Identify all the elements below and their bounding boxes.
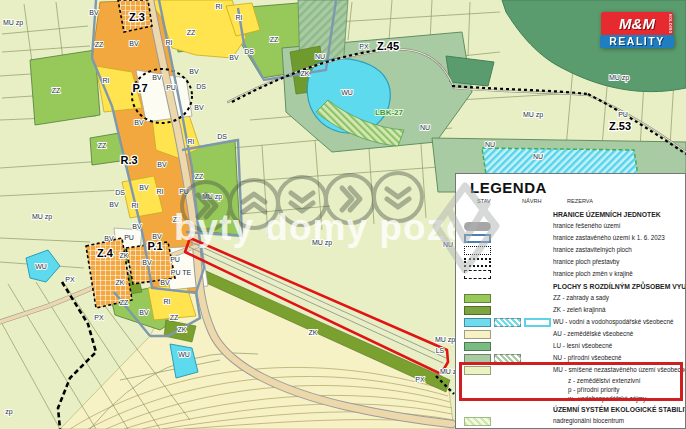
map-label: Z.4 — [97, 247, 114, 259]
map-label: MU zp — [32, 213, 52, 221]
map-label: RI — [166, 39, 173, 46]
map-label: ZZ — [170, 314, 179, 321]
map-label: Z.53 — [609, 120, 631, 132]
map-label: ZK — [301, 70, 310, 77]
legend-row: hranice ploch změn v krajině — [456, 268, 685, 280]
legend-subitem: p - přírodní priority — [456, 385, 685, 394]
map-label: PU — [618, 111, 628, 118]
map-label: DS — [244, 48, 254, 55]
mm-reality-logo: M&M HOLDING REALITY — [601, 12, 674, 48]
map-label: NU — [533, 153, 543, 160]
legend-swatch — [464, 246, 491, 255]
map-label: BV — [194, 104, 204, 111]
map-label: RI — [157, 188, 164, 195]
legend-row-label: LU - lesní všeobecné — [553, 342, 612, 349]
map-label: BV — [157, 161, 167, 168]
legend-row: NU - přírodní všeobecné — [456, 352, 685, 364]
legend-swatch — [464, 417, 491, 426]
map-label: PU — [170, 256, 180, 263]
legend-swatch — [494, 354, 521, 363]
map-label: ZZ — [52, 87, 61, 94]
map-label: BV — [129, 40, 139, 47]
legend-row: MU - smíšené nezastavěného území všeobec… — [456, 364, 685, 376]
map-label: NU — [315, 53, 325, 60]
map-label: Z.45 — [377, 40, 399, 52]
legend-swatch — [464, 258, 491, 267]
map-label: PX — [94, 314, 104, 321]
legend-swatch — [494, 318, 521, 327]
map-label: PX — [359, 43, 369, 50]
map-label: DS — [115, 189, 125, 196]
legend-panel: LEGENDA STAV NÁVRH REZERVA HRANICE ÚZEMN… — [455, 173, 686, 429]
legend-swatch — [464, 342, 491, 351]
map-label: PU — [166, 84, 176, 91]
logo-mm: M&M HOLDING — [601, 12, 673, 35]
legend-body: HRANICE ÚZEMNÍCH JEDNOTEKhranice řešenéh… — [456, 208, 685, 429]
map-label: ZK — [116, 279, 125, 286]
map-label: MU zp — [435, 336, 455, 344]
legend-row: ZZ - zahrady a sady — [456, 292, 685, 304]
map-label: BV — [139, 309, 149, 316]
map-label: ZK — [120, 252, 129, 259]
map-label: PX — [65, 276, 75, 283]
map-label: BV — [104, 235, 114, 242]
legend-row-label: ZZ - zahrady a sady — [553, 294, 609, 301]
map-label: BV — [152, 233, 162, 240]
map-label: NU — [443, 241, 453, 248]
legend-row: AU - zemědělské všeobecné — [456, 328, 685, 340]
legend-row-label: AU - zemědělské všeobecné — [553, 330, 633, 337]
legend-swatch — [464, 318, 491, 327]
legend-col-stav: STAV — [477, 198, 491, 204]
map-label: MU zp — [202, 193, 222, 201]
legend-section-header: HRANICE ÚZEMNÍCH JEDNOTEK — [456, 208, 685, 220]
map-label: RI — [132, 202, 139, 209]
legend-row-label: MU - smíšené nezastavěného území všeobec… — [553, 366, 686, 373]
logo-mm-text: M&M — [619, 15, 655, 32]
map-label: BV — [89, 9, 99, 16]
map-label: P.7 — [132, 82, 147, 94]
legend-swatch — [464, 330, 491, 339]
legend-row: hranice zastavěného území k 1. 6. 2023 — [456, 232, 685, 244]
legend-swatch — [464, 294, 491, 303]
legend-row: ZK - zeleň krajinná — [456, 304, 685, 316]
map-label: BV — [109, 201, 119, 208]
legend-swatch — [464, 354, 491, 363]
map-label: NU — [420, 124, 430, 131]
map-label: ZK — [178, 326, 187, 333]
map-label: PU — [179, 188, 189, 195]
legend-row-label: hranice ploch přestavby — [553, 258, 620, 265]
legend-row-label: WU - vodní a vodohospodářské všeobecné — [553, 318, 673, 325]
map-label: ZZ — [95, 41, 104, 48]
legend-swatch — [464, 366, 491, 375]
legend-subitem: z - zemědělství extenzivní — [456, 376, 685, 385]
map-label: PU TE — [171, 269, 192, 276]
legend-row-label: nadregionální biocentrum — [553, 417, 624, 424]
map-label: RI — [164, 298, 171, 305]
legend-row-label: hranice zastavěného území k 1. 6. 2023 — [553, 234, 665, 241]
map-label: WU — [341, 89, 353, 96]
legend-row-label: hranice řešeného území — [553, 222, 621, 229]
map-label: MU zp — [609, 74, 629, 82]
map-label: RI — [236, 14, 243, 21]
legend-row: hranice ploch přestavby — [456, 256, 685, 268]
legend-section-header: ÚZEMNÍ SYSTÉM EKOLOGICKÉ STABILITY — [456, 403, 685, 415]
legend-row-label: ZK - zeleň krajinná — [553, 306, 606, 313]
map-label: BV — [139, 184, 149, 191]
legend-swatch — [524, 318, 551, 327]
legend-row-label: NU - přírodní všeobecné — [553, 354, 622, 361]
map-label: WU — [35, 263, 47, 270]
map-label: MU zp — [523, 111, 543, 119]
map-label: DS — [217, 133, 227, 140]
legend-swatch — [464, 234, 491, 243]
legend-swatch — [464, 306, 491, 315]
legend-row-label: hranice zastavitelných ploch — [553, 246, 632, 253]
map-label: ZK — [309, 329, 318, 336]
map-label: ZZ — [270, 36, 279, 43]
legend-section-header: PLOCHY S ROZDÍLNÝM ZPŮSOBEM VYUŽITÍ — [456, 280, 685, 292]
map-label: RI — [216, 3, 223, 10]
legend-col-rezerva: REZERVA — [567, 198, 593, 204]
map-label: ZZ — [195, 173, 204, 180]
zoning-map-screenshot: MU zpBVZ.3RIRIZZNUPXZ.45MU zpZZBVRIDSBVZ… — [0, 0, 686, 429]
legend-swatch — [464, 222, 491, 231]
map-label: RI — [188, 138, 195, 145]
